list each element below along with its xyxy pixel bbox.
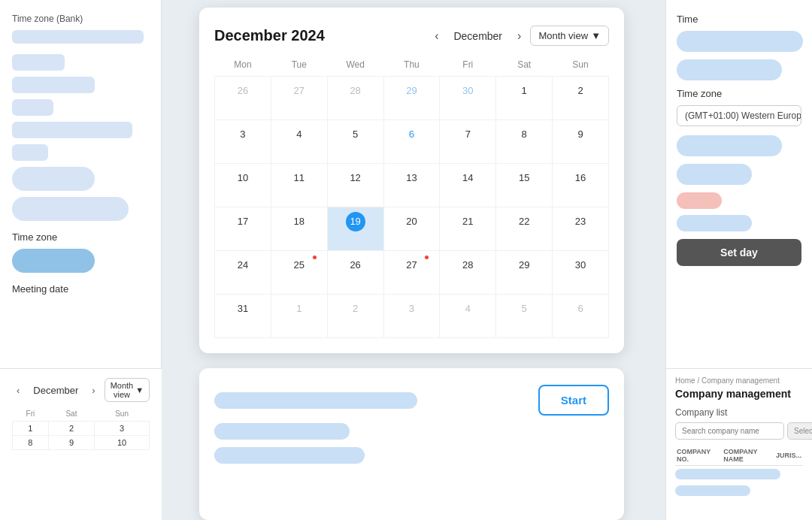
table-row[interactable]: 9 [48,436,94,450]
table-row[interactable]: 14 [440,164,496,207]
table-row[interactable]: 3 [95,422,150,436]
day-number: 18 [289,212,309,231]
main-calendar: December 2024 ‹ December › Month view ▼ … [199,8,624,353]
table-row[interactable]: 4 [271,120,327,164]
event-dot [313,255,317,259]
time-label: Time [677,14,801,25]
table-row[interactable]: 27 [271,77,327,120]
table-row[interactable]: 11 [271,164,327,207]
table-row[interactable]: 16 [553,164,609,207]
table-row[interactable]: 26 [327,251,383,295]
table-row[interactable]: 13 [383,164,440,207]
col-sat: Sat [496,59,553,77]
col-thu: Thu [383,59,440,77]
table-row[interactable]: 3 [215,120,271,164]
table-row[interactable]: 12 [327,164,383,207]
next-month-button[interactable]: › [513,28,526,44]
mini-next-button[interactable]: › [87,383,99,398]
day-number: 2 [571,81,590,101]
day-number: 23 [571,212,590,231]
calendar-nav: ‹ December › Month view ▼ [430,26,609,46]
table-row[interactable]: 6 [553,295,609,338]
table-row[interactable]: 22 [496,207,553,251]
country-select[interactable]: Select country [787,422,812,440]
table-row[interactable]: 9 [553,120,609,164]
mini-view-button[interactable]: Month view ▼ [105,378,150,402]
day-number: 25 [289,255,309,275]
day-number: 16 [571,168,590,188]
day-number: 15 [514,168,534,188]
bottom-center-panel: Start [199,368,624,520]
mini-prev-button[interactable]: ‹ [12,383,24,398]
table-row[interactable]: 28 [440,251,496,295]
table-row[interactable]: 4 [440,295,496,338]
bc-skeleton-2 [214,423,350,440]
day-number: 17 [233,212,253,231]
table-row[interactable]: 30 [440,77,496,120]
day-number: 13 [401,168,421,188]
day-number: 14 [458,168,477,188]
day-number: 3 [401,299,421,319]
table-row[interactable]: 24 [215,251,271,295]
search-company-input[interactable] [675,422,784,440]
table-row[interactable]: 29 [383,77,440,120]
day-number: 31 [233,299,253,319]
table-row[interactable]: 27 [383,251,440,295]
day-number: 10 [233,168,253,188]
day-number: 27 [289,81,309,101]
rp-skeleton-red [677,192,722,209]
company-list-label: Company list [675,407,803,418]
day-number: 11 [289,168,309,188]
table-row[interactable]: 5 [327,120,383,164]
day-number: 26 [346,255,365,275]
month-label: December [447,27,508,45]
col-wed: Wed [327,59,383,77]
view-toggle-button[interactable]: Month view ▼ [530,26,609,46]
table-row[interactable]: 20 [383,207,440,251]
table-row[interactable]: 1 [271,295,327,338]
table-row[interactable]: 5 [496,295,553,338]
company-management-title: Company management [675,388,803,400]
table-row[interactable]: 17 [215,207,271,251]
day-number: 3 [233,125,253,144]
table-row[interactable]: 23 [553,207,609,251]
table-row[interactable]: 10 [95,436,150,450]
bc-skeleton-1 [214,392,417,409]
calendar-header: December 2024 ‹ December › Month view ▼ [214,26,609,46]
day-number: 26 [233,81,253,101]
set-day-button[interactable]: Set day [677,239,801,266]
table-row[interactable]: 10 [215,164,271,207]
table-row[interactable]: 30 [553,251,609,295]
company-row-skeleton-2 [675,485,750,496]
company-table: COMPANY NO. COMPANY NAME JURIS... [675,446,803,499]
table-row[interactable]: 15 [496,164,553,207]
table-row[interactable]: 26 [215,77,271,120]
table-row[interactable]: 29 [496,251,553,295]
chevron-down-icon: ▼ [591,30,601,41]
table-row[interactable]: 19 [327,207,383,251]
table-row[interactable]: 2 [327,295,383,338]
day-number: 22 [514,212,534,231]
table-row[interactable]: 8 [13,436,49,450]
mini-col-sat: Sat [48,410,94,422]
table-row[interactable]: 3 [383,295,440,338]
table-row[interactable]: 25 [271,251,327,295]
table-row[interactable]: 2 [48,422,94,436]
breadcrumb: Home / Company management [675,376,803,385]
table-row[interactable]: 8 [496,120,553,164]
table-row[interactable]: 6 [383,120,440,164]
start-button[interactable]: Start [538,385,609,416]
day-number: 21 [458,212,477,231]
day-number: 24 [233,255,253,275]
table-row[interactable]: 21 [440,207,496,251]
col-sun: Sun [553,59,609,77]
table-row[interactable]: 7 [440,120,496,164]
table-row[interactable]: 1 [13,422,49,436]
table-row[interactable]: 1 [496,77,553,120]
table-row[interactable]: 18 [271,207,327,251]
table-row[interactable]: 31 [215,295,271,338]
table-row[interactable]: 2 [553,77,609,120]
skeleton-1 [12,54,65,71]
table-row[interactable]: 28 [327,77,383,120]
prev-month-button[interactable]: ‹ [430,28,443,44]
